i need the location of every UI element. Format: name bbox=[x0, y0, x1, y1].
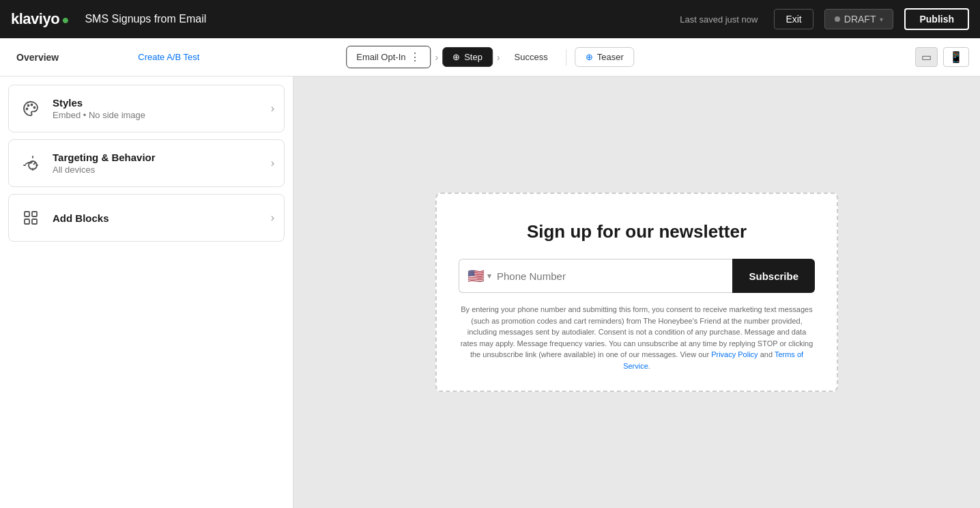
create-ab-test-link[interactable]: Create A/B Test bbox=[138, 52, 199, 62]
targeting-icon bbox=[18, 151, 43, 175]
blocks-icon bbox=[18, 206, 43, 230]
draft-button[interactable]: DRAFT ▾ bbox=[824, 9, 894, 29]
svg-rect-5 bbox=[25, 212, 29, 216]
logo: klaviyo• bbox=[11, 10, 68, 28]
step-arrow-2: › bbox=[497, 52, 500, 63]
privacy-policy-link[interactable]: Privacy Policy bbox=[711, 350, 758, 358]
desktop-view-button[interactable]: ▭ bbox=[915, 47, 938, 67]
styles-chevron-icon: › bbox=[271, 102, 274, 115]
page-title: SMS Signups from Email bbox=[85, 13, 206, 25]
draft-status-dot bbox=[835, 16, 840, 22]
add-blocks-chevron-icon: › bbox=[271, 212, 274, 224]
add-blocks-card-text: Add Blocks bbox=[53, 212, 261, 224]
styles-card-text: Styles Embed • No side image bbox=[53, 97, 261, 120]
form-preview: Sign up for our newsletter 🇺🇸 ▾ Subscrib… bbox=[435, 193, 838, 392]
svg-point-3 bbox=[27, 109, 28, 110]
targeting-card-title: Targeting & Behavior bbox=[53, 152, 261, 163]
targeting-card[interactable]: Targeting & Behavior All devices › bbox=[8, 139, 285, 187]
targeting-card-subtitle: All devices bbox=[53, 165, 261, 175]
svg-rect-7 bbox=[25, 219, 29, 224]
phone-input[interactable] bbox=[497, 270, 724, 282]
add-blocks-card-title: Add Blocks bbox=[53, 212, 261, 224]
flag-us-icon: 🇺🇸 bbox=[467, 268, 485, 284]
styles-card[interactable]: Styles Embed • No side image › bbox=[8, 85, 285, 132]
styles-card-subtitle: Embed • No side image bbox=[53, 110, 261, 120]
step-active-icon: ⊕ bbox=[452, 52, 460, 62]
styles-card-title: Styles bbox=[53, 97, 261, 109]
step-nav: Overview Create A/B Test Email Opt-In ⋮ … bbox=[0, 38, 980, 76]
targeting-chevron-icon: › bbox=[271, 157, 274, 169]
publish-button[interactable]: Publish bbox=[904, 8, 969, 30]
svg-point-1 bbox=[34, 107, 35, 109]
exit-button[interactable]: Exit bbox=[774, 9, 813, 29]
add-blocks-card[interactable]: Add Blocks › bbox=[8, 194, 285, 242]
stepnav-center: Email Opt-In ⋮ › ⊕ Step › Success ⊕ Teas… bbox=[346, 46, 634, 68]
phone-input-wrap[interactable]: 🇺🇸 ▾ bbox=[459, 259, 732, 293]
canvas: Sign up for our newsletter 🇺🇸 ▾ Subscrib… bbox=[293, 76, 980, 508]
main-layout: Styles Embed • No side image › Targeting… bbox=[0, 76, 980, 508]
palette-icon bbox=[18, 96, 43, 121]
step-plus-icon: ⊕ bbox=[586, 52, 593, 62]
step-email-opt-in[interactable]: Email Opt-In ⋮ bbox=[346, 46, 431, 68]
logo-text: klaviyo bbox=[11, 10, 59, 28]
phone-row: 🇺🇸 ▾ Subscribe bbox=[459, 259, 815, 293]
draft-chevron-icon: ▾ bbox=[880, 16, 883, 23]
sidebar: Styles Embed • No side image › Targeting… bbox=[0, 76, 293, 508]
svg-point-2 bbox=[28, 105, 29, 107]
stepnav-left: Overview Create A/B Test bbox=[11, 49, 199, 66]
step-arrow-1: › bbox=[435, 52, 438, 63]
mobile-view-button[interactable]: 📱 bbox=[943, 47, 969, 67]
targeting-card-text: Targeting & Behavior All devices bbox=[53, 152, 261, 175]
svg-point-0 bbox=[31, 104, 33, 106]
step-teaser[interactable]: ⊕ Teaser bbox=[575, 47, 634, 67]
svg-rect-8 bbox=[32, 219, 37, 224]
step-label: Teaser bbox=[597, 52, 624, 62]
form-disclaimer: By entering your phone number and submit… bbox=[459, 304, 815, 371]
form-headline: Sign up for our newsletter bbox=[459, 221, 815, 242]
last-saved-text: Last saved just now bbox=[680, 14, 758, 25]
step-label: Step bbox=[464, 52, 482, 62]
step-success[interactable]: Success bbox=[504, 47, 558, 67]
step-step[interactable]: ⊕ Step bbox=[442, 47, 493, 67]
top-nav: klaviyo• SMS Signups from Email Last sav… bbox=[0, 0, 980, 38]
subscribe-button[interactable]: Subscribe bbox=[732, 259, 815, 293]
country-chevron-icon: ▾ bbox=[487, 271, 491, 281]
overview-link[interactable]: Overview bbox=[11, 49, 64, 66]
draft-label: DRAFT bbox=[844, 14, 876, 25]
stepnav-right: ▭ 📱 bbox=[915, 47, 969, 67]
step-label: Email Opt-In bbox=[356, 52, 405, 62]
step-options-icon[interactable]: ⋮ bbox=[409, 51, 420, 63]
svg-rect-6 bbox=[32, 212, 37, 216]
step-label: Success bbox=[515, 52, 548, 62]
step-separator bbox=[566, 49, 567, 66]
